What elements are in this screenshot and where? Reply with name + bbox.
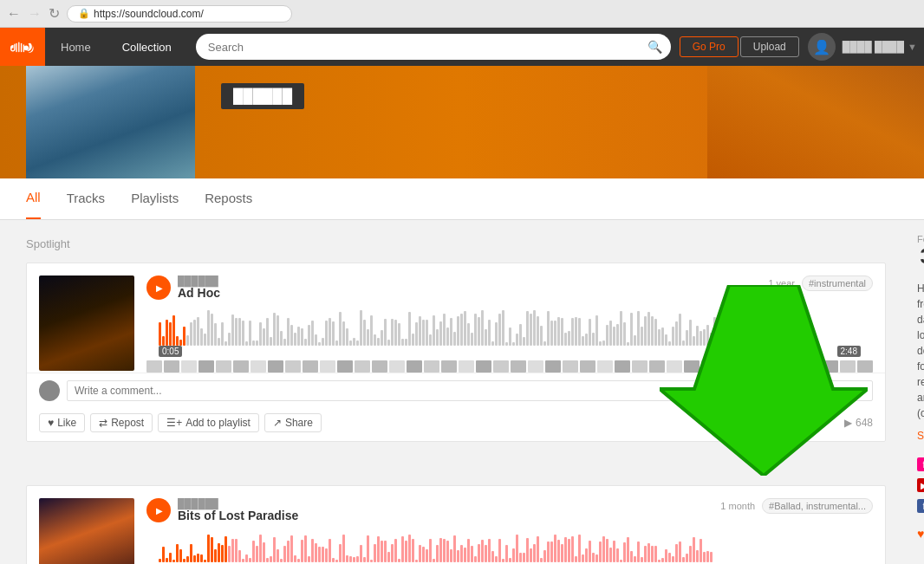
- track-header-1: ██████ Ad Hoc 1 year #instrumental: [146, 276, 873, 300]
- nav-right: Go Pro Upload 👤 ████ ████ ▼: [680, 33, 924, 61]
- track-card-2: ██████ Bits of Lost Paradise 1 month #Ba…: [26, 485, 886, 564]
- track-tag-1[interactable]: #instrumental: [802, 276, 873, 291]
- show-less-label: Show less: [917, 430, 924, 442]
- like-button-1[interactable]: ♥ Like: [39, 413, 85, 432]
- track-user-play-2: ██████ Bits of Lost Paradise: [146, 498, 298, 522]
- followers-stat: Followers 389: [917, 234, 924, 269]
- refresh-button[interactable]: ↻: [49, 5, 60, 22]
- flickr-link[interactable]: f flickr: [917, 454, 924, 475]
- heart-icon: ♥: [48, 417, 54, 429]
- nav-links: Home Collection: [45, 28, 187, 66]
- collection-nav-link[interactable]: Collection: [107, 28, 187, 66]
- upload-button[interactable]: Upload: [740, 36, 799, 57]
- add-to-playlist-label: Add to playlist: [185, 417, 251, 429]
- play-count-value: 648: [856, 417, 873, 429]
- soundcloud-logo[interactable]: [0, 28, 45, 66]
- waveform-thumbs: [146, 360, 873, 373]
- hero-banner: ██████: [0, 66, 924, 178]
- tab-tracks[interactable]: Tracks: [67, 178, 105, 219]
- tab-all[interactable]: All: [26, 178, 41, 219]
- track-main-1: ██████ Ad Hoc 1 year #instrumental 0:05: [27, 263, 885, 373]
- dropdown-arrow-icon[interactable]: ▼: [908, 42, 917, 52]
- profile-name-box: ██████: [221, 83, 304, 109]
- play-count-icon: ▶: [844, 417, 852, 429]
- back-button[interactable]: ←: [7, 6, 21, 22]
- track-meta-right: 1 year #instrumental: [768, 276, 873, 291]
- sidebar: Followers 389 Following 20 Hello, welcom…: [903, 220, 924, 564]
- tab-playlists[interactable]: Playlists: [131, 178, 179, 219]
- play-count-1: ▶ 648: [844, 417, 873, 429]
- waveform-time-end: 2:48: [837, 346, 861, 357]
- hero-decoration: [707, 66, 924, 178]
- share-icon: ↗: [273, 417, 282, 429]
- track-header-2: ██████ Bits of Lost Paradise 1 month #Ba…: [146, 498, 873, 522]
- track-card-1: ██████ Ad Hoc 1 year #instrumental 0:05: [26, 263, 886, 442]
- track-timestamp-1: 1 year: [768, 278, 795, 288]
- sidebar-bio: Hello, welcome here. Apart from a very r…: [917, 281, 924, 421]
- facebook-icon: f: [917, 499, 924, 513]
- track-main-2: ██████ Bits of Lost Paradise 1 month #Ba…: [27, 486, 885, 564]
- youtube-icon: ▶: [917, 478, 924, 492]
- track-meta-right-2: 1 month #Ballad, instrumental...: [720, 498, 873, 514]
- followers-count: 389: [917, 244, 924, 269]
- followers-label: Followers: [917, 234, 924, 244]
- track-username-1: ██████: [178, 276, 220, 286]
- share-button-1[interactable]: ↗ Share: [264, 413, 322, 432]
- followers-stats: Followers 389 Following 20: [917, 234, 924, 269]
- repost-icon: ⇄: [99, 417, 107, 429]
- avatar[interactable]: 👤: [808, 33, 836, 61]
- search-icon: 🔍: [647, 40, 662, 54]
- play-button-2[interactable]: [146, 498, 171, 522]
- playlist-icon: ☰+: [166, 417, 182, 429]
- waveform-bars-1: [159, 307, 861, 346]
- main-layout: Spotlight ██████ Ad Hoc: [0, 220, 924, 564]
- secure-icon: 🔒: [78, 8, 90, 19]
- track-title-2: Bits of Lost Paradise: [178, 509, 298, 522]
- comment-avatar: [39, 380, 60, 401]
- likes-section: ♥ 71 likes: [917, 527, 924, 541]
- track-timestamp-2: 1 month: [720, 501, 755, 511]
- track-username-2: ██████: [178, 498, 298, 509]
- browser-bar: ← → ↻ 🔒 https://soundcloud.com/: [0, 0, 924, 28]
- likes-heart-icon: ♥: [917, 527, 924, 541]
- track-info-2: ██████ Bits of Lost Paradise 1 month #Ba…: [146, 498, 873, 564]
- share-label: Share: [285, 417, 313, 429]
- comment-area-1: [27, 373, 885, 408]
- repost-label: Repost: [111, 417, 144, 429]
- search-input[interactable]: [196, 34, 671, 60]
- tab-reposts[interactable]: Reposts: [205, 178, 252, 219]
- navigation: Home Collection 🔍 Go Pro Upload 👤 ████ █…: [0, 28, 924, 66]
- waveform-1[interactable]: 0:05 2:48: [159, 307, 861, 359]
- actions-bar-1: ♥ Like ⇄ Repost ☰+ Add to playlist ↗ Sha…: [27, 408, 885, 441]
- add-to-playlist-button[interactable]: ☰+ Add to playlist: [158, 413, 259, 432]
- track-thumbnail-2: [39, 498, 134, 564]
- comment-input-1[interactable]: [67, 380, 873, 401]
- profile-image: [26, 66, 195, 178]
- home-nav-link[interactable]: Home: [45, 28, 107, 66]
- play-button-1[interactable]: [146, 276, 171, 300]
- sidebar-links: f flickr ▶ youtube f facebook: [917, 454, 924, 516]
- track-tag-2[interactable]: #Ballad, instrumental...: [762, 498, 873, 514]
- forward-button[interactable]: →: [28, 6, 42, 22]
- address-bar[interactable]: 🔒 https://soundcloud.com/: [67, 5, 292, 23]
- waveform-time-start: 0:05: [159, 346, 182, 357]
- content-area: Spotlight ██████ Ad Hoc: [0, 220, 903, 564]
- logo-icon: [10, 39, 35, 55]
- track-user-info-2: ██████ Bits of Lost Paradise: [178, 498, 298, 522]
- track-title-1: Ad Hoc: [178, 286, 220, 300]
- track-user-info-1: ██████ Ad Hoc: [178, 276, 220, 300]
- search-container: 🔍: [196, 34, 671, 60]
- show-less-button[interactable]: Show less ▲: [917, 430, 924, 442]
- gopro-button[interactable]: Go Pro: [680, 36, 739, 57]
- track-thumbnail-1: [39, 276, 134, 371]
- track-info-1: ██████ Ad Hoc 1 year #instrumental 0:05: [146, 276, 873, 373]
- facebook-link[interactable]: f facebook: [917, 496, 924, 516]
- spotlight-label: Spotlight: [26, 237, 886, 250]
- repost-button-1[interactable]: ⇄ Repost: [90, 413, 153, 432]
- youtube-link[interactable]: ▶ youtube: [917, 475, 924, 496]
- waveform-2[interactable]: [159, 528, 861, 562]
- tabs-bar: All Tracks Playlists Reposts: [0, 178, 924, 220]
- like-label: Like: [57, 417, 76, 429]
- flickr-icon: f: [917, 457, 924, 471]
- username-display: ████ ████: [843, 41, 904, 53]
